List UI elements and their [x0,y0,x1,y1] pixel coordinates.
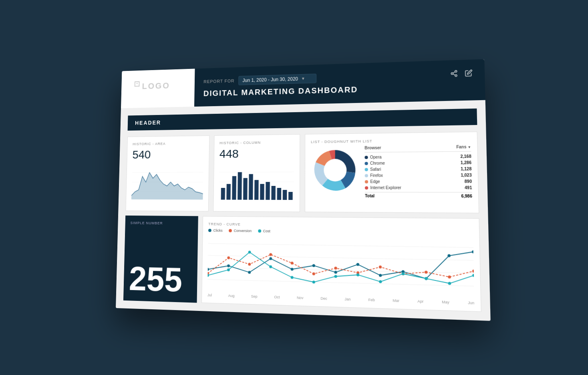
svg-rect-15 [232,176,236,200]
svg-point-61 [291,276,294,278]
svg-text:LOGO: LOGO [142,80,170,91]
browser-col-label: Browser [364,145,381,150]
edit-icon[interactable] [465,69,473,78]
browser-name: Opera [364,155,381,159]
charts-row-1: HISTORIC - AREA 540 [126,131,479,213]
svg-rect-23 [277,188,281,200]
total-value: 6,986 [461,194,472,198]
column-chart [219,164,294,200]
browser-name: Firefox [365,173,383,177]
main-content: HEADER HISTORIC - AREA 540 [116,100,491,321]
total-label: Total [365,194,375,198]
header-bar: LOGO REPORT FOR Jun 1, 2020 - Jun 30, 20… [121,59,485,108]
list-item: Chrome 1,286 [364,159,471,166]
list-total-row: Total 6,986 [365,192,472,198]
logo-box: LOGO [121,69,195,108]
svg-line-5 [453,74,455,75]
header-right: REPORT FOR Jun 1, 2020 - Jun 30, 2020 ▼ [194,59,485,106]
trend-legend: Clicks Conversion Cost [208,228,473,236]
svg-rect-24 [282,190,287,200]
list-item: Internet Explorer 491 [365,184,472,191]
share-icon[interactable] [450,69,458,79]
browser-rows-container: Opera 2,168 Chrome 1,286 Safari 1,128 Fi… [364,153,472,191]
svg-rect-14 [226,184,231,200]
svg-point-39 [379,274,382,276]
historic-column-title: HISTORIC - COLUMN [219,140,294,145]
x-axis-label: Jan [344,297,350,301]
svg-point-37 [334,270,337,273]
browser-color-dot [365,180,368,183]
browser-value: 890 [465,179,472,184]
x-axis-label: Apr [417,299,423,303]
trend-card: TREND - CURVE Clicks Conversion Cost [201,216,481,312]
legend-item: Conversion [229,228,252,233]
doughnut-chart [311,145,360,198]
svg-point-63 [334,275,337,278]
svg-rect-22 [271,186,276,200]
list-header: Browser Fans ▼ [364,144,471,152]
svg-rect-21 [266,182,270,200]
browser-name: Edge [365,179,380,183]
dashboard-card: LOGO REPORT FOR Jun 1, 2020 - Jun 30, 20… [116,59,491,321]
logo-text: LOGO [134,77,182,100]
svg-point-43 [472,250,474,253]
svg-rect-19 [254,180,259,200]
legend-dot [208,229,211,232]
svg-rect-25 [288,192,293,200]
historic-column-card: HISTORIC - COLUMN 448 [213,134,300,212]
browser-name: Chrome [364,161,385,165]
browser-color-dot [364,155,368,159]
svg-point-52 [379,265,382,268]
simple-number-card: SIMPLE NUMBER 255 [123,215,198,302]
browser-list: Browser Fans ▼ Opera 2,168 Chrome 1,286 [364,144,472,198]
x-axis-label: Sep [251,294,258,298]
svg-point-65 [379,280,382,283]
svg-point-49 [312,272,315,275]
historic-column-value: 448 [219,146,294,160]
legend-dot [229,229,232,232]
svg-point-50 [334,266,337,269]
legend-item: Clicks [208,228,223,232]
svg-point-62 [312,280,315,283]
historic-area-title: HISTORIC - AREA [133,141,203,146]
area-chart [131,164,203,200]
list-item: Firefox 1,023 [365,172,472,178]
svg-line-7 [132,172,203,173]
svg-point-35 [291,268,294,270]
legend-dot [258,229,261,232]
svg-rect-13 [221,188,225,199]
x-axis-label: Jul [207,293,212,297]
x-axis-label: May [442,300,449,304]
browser-color-dot [364,161,368,165]
legend-item: Cost [258,229,270,233]
svg-point-2 [455,70,457,72]
browser-value: 1,128 [461,166,472,171]
charts-row-2: SIMPLE NUMBER 255 TREND - CURVE Clicks C… [123,215,481,311]
browser-value: 1,286 [461,160,471,165]
perspective-container: LOGO REPORT FOR Jun 1, 2020 - Jun 30, 20… [0,63,588,312]
svg-point-33 [248,271,251,274]
svg-rect-18 [249,174,253,200]
x-axis-label: Oct [274,295,280,299]
list-item: Safari 1,128 [365,165,472,172]
date-range-dropdown[interactable]: Jun 1, 2020 - Jun 30, 2020 ▼ [238,73,317,85]
x-axis-label: Mar [393,298,399,302]
svg-point-42 [447,254,451,257]
browser-value: 2,168 [460,154,471,159]
svg-line-6 [453,71,455,73]
svg-rect-16 [238,172,242,200]
svg-point-38 [356,263,359,266]
list-item: Opera 2,168 [364,153,471,160]
x-axis-label: Aug [228,293,235,298]
svg-point-69 [472,274,474,277]
svg-point-46 [248,262,251,265]
svg-point-32 [227,264,230,267]
browser-color-dot [365,186,368,189]
svg-point-56 [472,269,474,272]
date-range-value: Jun 1, 2020 - Jun 30, 2020 [242,76,298,83]
svg-point-59 [248,250,251,253]
svg-rect-20 [260,184,264,200]
x-axis-label: Jun [468,300,474,305]
doughnut-list-card: LIST - DOUGHNUT WITH LIST [305,131,479,213]
svg-point-55 [448,275,451,278]
